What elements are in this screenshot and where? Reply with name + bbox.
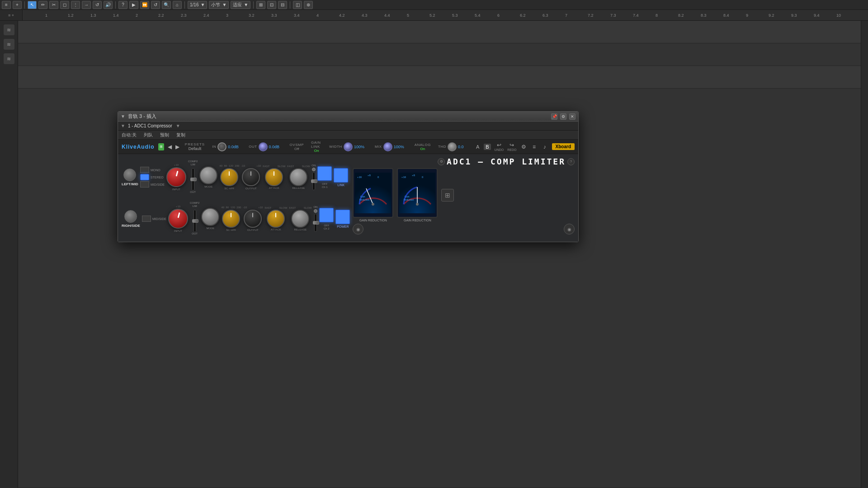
menu-auto[interactable]: 自动:关: [120, 132, 138, 138]
play-btn[interactable]: ▶: [129, 1, 138, 9]
quantize-label-dropdown[interactable]: 小节 ▼: [209, 1, 229, 9]
menu-copy[interactable]: 复制: [175, 132, 187, 138]
ch2-fader-track[interactable]: [193, 210, 196, 232]
ch1-release-knob[interactable]: [289, 168, 307, 186]
adapt-dropdown[interactable]: 适应 ▼: [231, 1, 250, 9]
menu-preset[interactable]: 预制: [158, 132, 171, 138]
cursor-btn[interactable]: ↖: [28, 1, 37, 9]
grid-btn[interactable]: ⊞: [256, 1, 265, 9]
ch2-routing: MID/SIDE: [142, 216, 166, 222]
mix-knob[interactable]: [383, 142, 392, 151]
ext2-btn[interactable]: ⊛: [304, 1, 313, 9]
midside-checkbox[interactable]: [140, 181, 149, 188]
thd-knob[interactable]: [448, 142, 457, 151]
ch1-on-led: [312, 168, 316, 171]
undo-button[interactable]: ↩ UNDO: [495, 141, 504, 153]
in-label: IN: [212, 145, 216, 149]
ab-b-button[interactable]: B: [484, 144, 491, 150]
ch2-midside-label: MID/SIDE: [152, 217, 166, 221]
ch2-release-knob[interactable]: [291, 210, 309, 228]
ch2-comp2-label: COMP2: [190, 202, 199, 204]
loop2-btn[interactable]: ↺: [151, 1, 160, 9]
ruler-mark: 5.4: [475, 13, 497, 18]
ch1-power-fader[interactable]: [312, 172, 315, 190]
select-btn[interactable]: ◻: [60, 1, 69, 9]
ch2-off-button[interactable]: [319, 208, 334, 222]
bottom-icon-2[interactable]: ◉: [564, 224, 575, 235]
ch1-schpf-knob[interactable]: [220, 168, 238, 186]
mono-checkbox[interactable]: [140, 167, 149, 173]
stereo-checkbox[interactable]: [140, 174, 149, 180]
out-knob[interactable]: [259, 142, 268, 151]
stereo-label: STEREO: [151, 176, 164, 179]
close-button[interactable]: ✕: [569, 113, 576, 120]
misc-btn[interactable]: ⌂: [173, 1, 182, 9]
width-group: WIDTH 100%: [329, 142, 368, 151]
width-knob[interactable]: [344, 142, 353, 151]
ch2-power-thumb[interactable]: [313, 221, 319, 225]
settings2-button[interactable]: ⚙: [520, 141, 527, 153]
sidebar-icon-1[interactable]: ≋: [4, 24, 14, 35]
eq-button[interactable]: ≡: [531, 141, 538, 153]
midi-button[interactable]: ♪: [541, 141, 548, 153]
settings-button[interactable]: ⚙: [560, 113, 566, 120]
loop-btn[interactable]: ↺: [93, 1, 102, 9]
zoom-btn[interactable]: ⊟: [278, 1, 287, 9]
link-button[interactable]: [334, 168, 348, 183]
eraser-btn[interactable]: ✂: [49, 1, 58, 9]
ch2-mode-knob[interactable]: [201, 208, 219, 226]
pin-button[interactable]: 📌: [551, 113, 557, 120]
snap-btn[interactable]: ⊡: [267, 1, 276, 9]
ch2-avatar-group: RIGH/SIDE: [122, 210, 140, 228]
move-btn[interactable]: →: [82, 1, 91, 9]
svg-text:+16: +16: [401, 176, 406, 178]
ch1-input-knob[interactable]: [166, 167, 186, 187]
help-icon[interactable]: ?: [567, 158, 575, 165]
ch1-fader-track[interactable]: [192, 168, 194, 191]
sidebar-icon-2[interactable]: ≋: [4, 39, 14, 50]
ch1-power-thumb[interactable]: [311, 179, 317, 183]
ch1-output-knob[interactable]: [242, 168, 260, 186]
redo-button[interactable]: ↪ REDO: [507, 141, 516, 153]
ch1-label: LEFT/MID: [122, 182, 138, 186]
power-button[interactable]: [335, 210, 350, 224]
search-btn[interactable]: 🔍: [162, 1, 171, 9]
ch2-power-fader[interactable]: [314, 214, 317, 232]
quantize-dropdown[interactable]: 1/16 ▼: [188, 1, 207, 9]
nav-next-icon[interactable]: ▶: [175, 144, 179, 150]
settings3-icon[interactable]: ⚙: [438, 158, 445, 165]
ch1-on-button[interactable]: [317, 166, 332, 181]
ch2-input-knob[interactable]: [168, 209, 188, 229]
menu-btn[interactable]: ≡: [2, 1, 11, 9]
vu-meter-1-svg: +16 +8 0: [355, 173, 391, 213]
in-knob[interactable]: [217, 142, 226, 151]
ch1-mode-container: MODE: [199, 166, 217, 188]
pencil-btn[interactable]: ✏: [38, 1, 47, 9]
add-btn[interactable]: +: [13, 1, 22, 9]
separator-3: [184, 1, 185, 9]
ch2-output-knob[interactable]: [244, 210, 262, 228]
ch2-schpf-knob[interactable]: [222, 210, 240, 228]
sidebar-icon-3[interactable]: ≋: [4, 53, 14, 64]
menu-queue[interactable]: 列队: [142, 132, 155, 138]
grid-view-button[interactable]: ⊞: [441, 189, 454, 202]
tools-btn[interactable]: ?: [118, 1, 127, 9]
xboard-button[interactable]: Xboard: [552, 143, 575, 150]
nav-prev-icon[interactable]: ◀: [168, 144, 172, 150]
ch2-attack-knob[interactable]: [267, 210, 285, 228]
ext-btn[interactable]: ◫: [293, 1, 302, 9]
ch1-mode-knob[interactable]: [199, 166, 217, 184]
volume-btn[interactable]: 🔊: [104, 1, 113, 9]
ch2-avatar: [124, 210, 137, 223]
gainlink-label: GAIN LINK: [311, 141, 322, 149]
split-btn[interactable]: ⋮: [71, 1, 80, 9]
ch1-fader-thumb[interactable]: [190, 178, 197, 181]
ch1-attack-label: ATTACK: [269, 187, 279, 189]
bottom-icon-1[interactable]: ◉: [353, 224, 363, 235]
ab-a-button[interactable]: A: [475, 144, 480, 150]
svg-text:+8: +8: [412, 174, 415, 177]
ch1-attack-knob[interactable]: [265, 168, 283, 186]
ch2-fader-thumb[interactable]: [192, 219, 198, 223]
ch2-midside-checkbox[interactable]: [142, 216, 151, 222]
fwd-btn[interactable]: ⏩: [140, 1, 149, 9]
